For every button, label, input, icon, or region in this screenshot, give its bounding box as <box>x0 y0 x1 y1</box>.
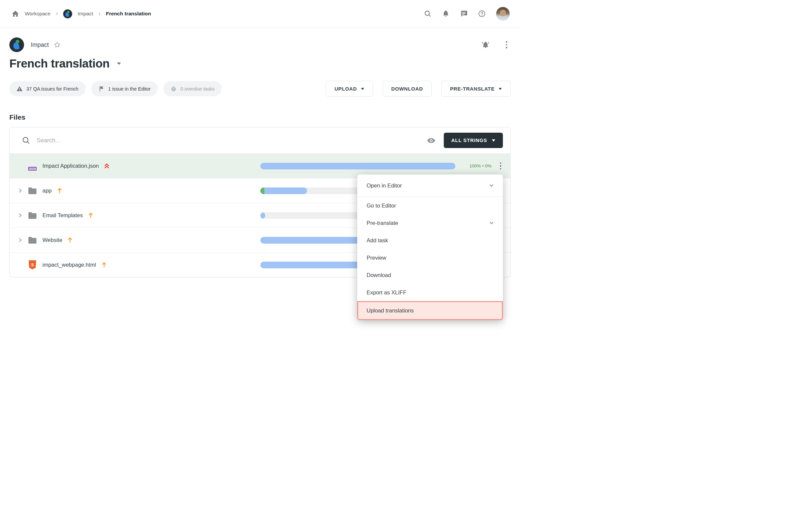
project-header-actions <box>481 40 511 50</box>
visibility-eye-icon[interactable] <box>427 136 436 145</box>
qa-issues-badge[interactable]: 37 QA issues for French <box>10 81 86 96</box>
menu-item-label: Export as XLIFF <box>366 289 406 296</box>
navbar-actions <box>424 7 510 21</box>
star-favorite-icon[interactable] <box>53 41 61 49</box>
upload-button[interactable]: UPLOAD <box>326 81 373 97</box>
title-dropdown-caret-icon[interactable] <box>117 63 121 65</box>
menu-item-open-in-editor[interactable]: Open in Editor <box>357 174 503 196</box>
chevron-right-icon: › <box>56 10 58 16</box>
files-search-input[interactable] <box>37 137 427 144</box>
progress-stats: 100% • 0% <box>460 164 492 168</box>
chevron-right-icon: › <box>99 10 101 16</box>
menu-item-pre-translate[interactable]: Pre-translate <box>357 214 503 231</box>
menu-item-label: Go to Editor <box>366 203 396 209</box>
search-icon <box>22 136 30 145</box>
chevron-down-icon <box>489 220 494 226</box>
status-badges: 37 QA issues for French 1 issue in the E… <box>10 81 222 96</box>
project-name: Impact <box>31 41 49 49</box>
home-icon[interactable] <box>11 10 19 18</box>
messages-chat-icon[interactable] <box>460 10 468 18</box>
expand-chevron-icon[interactable] <box>14 238 26 243</box>
folder-icon <box>26 212 39 219</box>
translation-progress-bar <box>260 163 455 169</box>
page-title: French translation <box>10 57 109 70</box>
expand-chevron-icon[interactable] <box>14 213 26 218</box>
chevron-down-icon <box>489 183 494 188</box>
project-header: Impact <box>10 37 511 52</box>
folder-name: app <box>42 187 52 194</box>
html-file-icon: 5 <box>26 260 39 269</box>
folder-name: Email Templates <box>42 212 83 219</box>
menu-item-label: Preview <box>366 255 386 261</box>
breadcrumb-current-page: French translation <box>106 11 151 17</box>
project-logo <box>10 37 24 52</box>
stopwatch-icon <box>170 86 177 92</box>
expand-chevron-icon[interactable] <box>14 188 26 193</box>
folder-name: Website <box>42 237 62 243</box>
file-name: impact_webpage.html <box>42 262 96 268</box>
menu-item-download[interactable]: Download <box>357 266 503 284</box>
files-search-row: ALL STRINGS <box>10 127 510 153</box>
breadcrumb: Workspace › Impact › French translation <box>11 10 151 18</box>
folder-icon <box>26 237 39 244</box>
strings-filter-label: ALL STRINGS <box>451 138 487 143</box>
project-more-menu-icon[interactable] <box>504 40 509 50</box>
pre-translate-button[interactable]: PRE-TRANSLATE <box>442 81 511 97</box>
editor-issues-badge[interactable]: 1 issue in the Editor <box>91 81 158 96</box>
notifications-bell-icon[interactable] <box>442 10 450 18</box>
qa-issues-label: 37 QA issues for French <box>27 86 79 91</box>
row-right: 100% • 0% <box>260 161 505 171</box>
search-icon[interactable] <box>424 10 432 18</box>
priority-high-icon <box>101 262 107 268</box>
action-buttons: UPLOAD DOWNLOAD PRE-TRANSLATE <box>326 81 511 97</box>
watch-notifications-bell-icon[interactable] <box>481 40 490 49</box>
overdue-tasks-badge: 0 overdue tasks <box>163 81 222 96</box>
breadcrumb-workspace[interactable]: Workspace <box>25 11 50 17</box>
warning-triangle-icon <box>16 86 23 92</box>
json-file-icon: JSON <box>26 161 39 171</box>
menu-item-label: Upload translations <box>366 307 414 314</box>
menu-item-upload-translations[interactable]: Upload translations <box>357 301 503 320</box>
upload-button-label: UPLOAD <box>334 86 357 91</box>
file-context-menu: Open in Editor Go to Editor Pre-translat… <box>357 174 503 320</box>
breadcrumb-project[interactable]: Impact <box>78 11 93 17</box>
priority-high-icon <box>88 212 93 219</box>
file-name: Impact Application.json <box>42 163 99 169</box>
strings-filter-button[interactable]: ALL STRINGS <box>444 133 503 148</box>
priority-urgent-icon <box>104 163 109 169</box>
chevron-down-icon <box>499 88 502 90</box>
overdue-tasks-label: 0 overdue tasks <box>180 86 214 91</box>
chevron-down-icon <box>361 88 364 90</box>
menu-item-add-task[interactable]: Add task <box>357 231 503 249</box>
pre-translate-button-label: PRE-TRANSLATE <box>450 86 495 91</box>
title-row: French translation <box>10 57 511 70</box>
chevron-down-icon <box>492 139 495 142</box>
download-button-label: DOWNLOAD <box>391 86 423 91</box>
menu-item-label: Pre-translate <box>366 220 398 226</box>
menu-item-export-as-xliff[interactable]: Export as XLIFF <box>357 284 503 301</box>
priority-high-icon <box>57 187 63 194</box>
menu-item-label: Open in Editor <box>366 183 402 189</box>
row-more-menu-icon[interactable] <box>496 161 505 171</box>
menu-item-go-to-editor[interactable]: Go to Editor <box>357 197 503 214</box>
help-icon[interactable] <box>478 10 486 18</box>
files-heading: Files <box>10 113 511 121</box>
app-root: { "navbar": { "breadcrumb": { "workspace… <box>0 0 520 342</box>
folder-icon <box>26 187 39 194</box>
top-navbar: Workspace › Impact › French translation <box>0 0 520 28</box>
editor-issues-label: 1 issue in the Editor <box>108 86 151 91</box>
download-button[interactable]: DOWNLOAD <box>383 81 432 97</box>
menu-item-preview[interactable]: Preview <box>357 249 503 266</box>
toolbar: 37 QA issues for French 1 issue in the E… <box>10 81 511 97</box>
project-logo-small[interactable] <box>63 10 72 18</box>
flag-icon <box>98 86 105 92</box>
menu-item-label: Download <box>366 272 391 278</box>
menu-item-label: Add task <box>366 237 388 244</box>
priority-high-icon <box>67 237 73 243</box>
user-avatar[interactable] <box>496 7 510 21</box>
